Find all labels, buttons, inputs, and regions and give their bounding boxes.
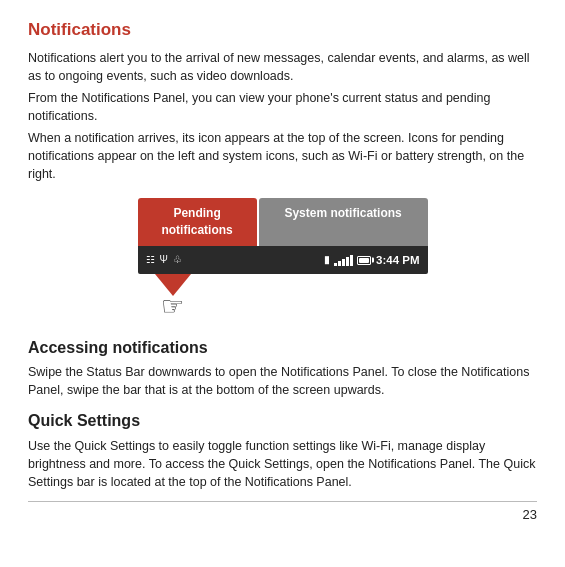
battery-icon bbox=[357, 256, 371, 265]
status-bar-labels: Pending notifications System notificatio… bbox=[138, 198, 428, 247]
accessing-notifications-text: Swipe the Status Bar downwards to open t… bbox=[28, 363, 537, 399]
status-bar: ☷ Ψ ♧ ▮ 3:44 PM bbox=[138, 246, 428, 274]
notification-diagram: Pending notifications System notificatio… bbox=[28, 198, 537, 326]
notification-icon: ☷ bbox=[146, 253, 155, 268]
status-bar-left-icons: ☷ Ψ ♧ bbox=[146, 253, 182, 268]
wifi-icon: ♧ bbox=[173, 253, 182, 268]
status-bar-right-icons: ▮ 3:44 PM bbox=[324, 252, 419, 269]
pending-notifications-label: Pending notifications bbox=[138, 198, 257, 247]
status-time: 3:44 PM bbox=[376, 252, 419, 269]
page-number: 23 bbox=[28, 501, 537, 525]
network-icon: ▮ bbox=[324, 253, 330, 268]
quick-settings-title: Quick Settings bbox=[28, 409, 537, 432]
intro-paragraph-1: Notifications alert you to the arrival o… bbox=[28, 49, 537, 85]
intro-paragraph-2: From the Notifications Panel, you can vi… bbox=[28, 89, 537, 125]
quick-settings-text: Use the Quick Settings to easily toggle … bbox=[28, 437, 537, 491]
swipe-indicator: ☞ bbox=[138, 274, 428, 326]
accessing-notifications-title: Accessing notifications bbox=[28, 336, 537, 359]
signal-strength-icon bbox=[334, 254, 353, 266]
hand-icon: ☞ bbox=[161, 288, 184, 326]
intro-paragraph-3: When a notification arrives, its icon ap… bbox=[28, 129, 537, 183]
page-title: Notifications bbox=[28, 18, 537, 43]
usb-icon: Ψ bbox=[160, 253, 168, 268]
system-notifications-label: System notifications bbox=[259, 198, 428, 247]
